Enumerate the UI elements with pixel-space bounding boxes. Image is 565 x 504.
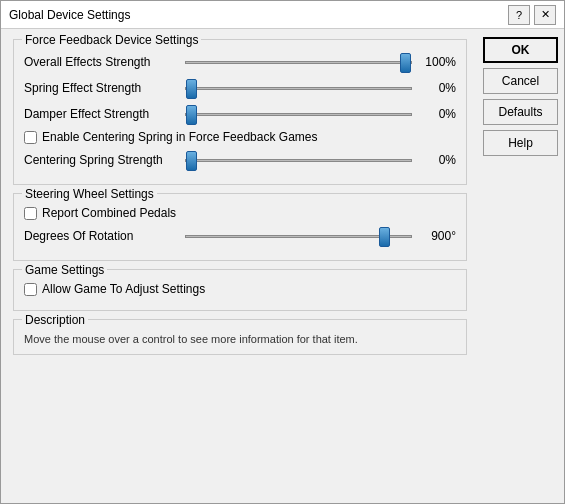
- overall-effects-slider[interactable]: [185, 52, 412, 72]
- spring-effect-row: Spring Effect Strength 0%: [24, 78, 456, 98]
- dialog-body: Force Feedback Device Settings Overall E…: [1, 29, 564, 503]
- spring-effect-slider-container: [185, 78, 412, 98]
- title-bar: Global Device Settings ? ✕: [1, 1, 564, 29]
- cancel-button[interactable]: Cancel: [483, 68, 558, 94]
- centering-spring-label: Centering Spring Strength: [24, 153, 179, 167]
- damper-effect-slider-container: [185, 104, 412, 124]
- damper-effect-slider[interactable]: [185, 104, 412, 124]
- dialog: Global Device Settings ? ✕ Force Feedbac…: [0, 0, 565, 504]
- help-title-button[interactable]: ?: [508, 5, 530, 25]
- spring-effect-value: 0%: [418, 81, 456, 95]
- degrees-rotation-row: Degrees Of Rotation 900°: [24, 226, 456, 246]
- game-settings-title: Game Settings: [22, 263, 107, 277]
- close-title-button[interactable]: ✕: [534, 5, 556, 25]
- steering-wheel-content: Report Combined Pedals Degrees Of Rotati…: [24, 202, 456, 246]
- report-combined-checkbox[interactable]: [24, 207, 37, 220]
- centering-spring-row: Centering Spring Strength 0%: [24, 150, 456, 170]
- overall-effects-slider-container: [185, 52, 412, 72]
- centering-spring-slider-container: [185, 150, 412, 170]
- enable-centering-checkbox[interactable]: [24, 131, 37, 144]
- report-combined-label: Report Combined Pedals: [42, 206, 176, 220]
- report-combined-row: Report Combined Pedals: [24, 206, 456, 220]
- force-feedback-title: Force Feedback Device Settings: [22, 33, 201, 47]
- steering-wheel-group: Steering Wheel Settings Report Combined …: [13, 193, 467, 261]
- degrees-rotation-slider[interactable]: [185, 226, 412, 246]
- degrees-rotation-label: Degrees Of Rotation: [24, 229, 179, 243]
- centering-spring-value: 0%: [418, 153, 456, 167]
- overall-effects-row: Overall Effects Strength 100%: [24, 52, 456, 72]
- force-feedback-group: Force Feedback Device Settings Overall E…: [13, 39, 467, 185]
- main-content: Force Feedback Device Settings Overall E…: [1, 29, 479, 503]
- degrees-rotation-slider-container: [185, 226, 412, 246]
- overall-effects-value: 100%: [418, 55, 456, 69]
- title-bar-left: Global Device Settings: [9, 8, 130, 22]
- enable-centering-label: Enable Centering Spring in Force Feedbac…: [42, 130, 317, 144]
- side-buttons: OK Cancel Defaults Help: [479, 29, 564, 503]
- dialog-title: Global Device Settings: [9, 8, 130, 22]
- degrees-rotation-value: 900°: [418, 229, 456, 243]
- centering-spring-slider[interactable]: [185, 150, 412, 170]
- spring-effect-label: Spring Effect Strength: [24, 81, 179, 95]
- overall-effects-label: Overall Effects Strength: [24, 55, 179, 69]
- allow-game-row: Allow Game To Adjust Settings: [24, 282, 456, 296]
- damper-effect-row: Damper Effect Strength 0%: [24, 104, 456, 124]
- description-group: Description Move the mouse over a contro…: [13, 319, 467, 355]
- enable-centering-row: Enable Centering Spring in Force Feedbac…: [24, 130, 456, 144]
- game-settings-content: Allow Game To Adjust Settings: [24, 278, 456, 296]
- damper-effect-value: 0%: [418, 107, 456, 121]
- steering-wheel-title: Steering Wheel Settings: [22, 187, 157, 201]
- force-feedback-content: Overall Effects Strength 100% Spring Eff…: [24, 48, 456, 170]
- allow-game-checkbox[interactable]: [24, 283, 37, 296]
- allow-game-label: Allow Game To Adjust Settings: [42, 282, 205, 296]
- spring-effect-slider[interactable]: [185, 78, 412, 98]
- description-content: Move the mouse over a control to see mor…: [24, 328, 456, 346]
- damper-effect-label: Damper Effect Strength: [24, 107, 179, 121]
- title-bar-right: ? ✕: [508, 5, 556, 25]
- defaults-button[interactable]: Defaults: [483, 99, 558, 125]
- ok-button[interactable]: OK: [483, 37, 558, 63]
- description-title: Description: [22, 313, 88, 327]
- description-text: Move the mouse over a control to see mor…: [24, 333, 358, 345]
- help-button[interactable]: Help: [483, 130, 558, 156]
- game-settings-group: Game Settings Allow Game To Adjust Setti…: [13, 269, 467, 311]
